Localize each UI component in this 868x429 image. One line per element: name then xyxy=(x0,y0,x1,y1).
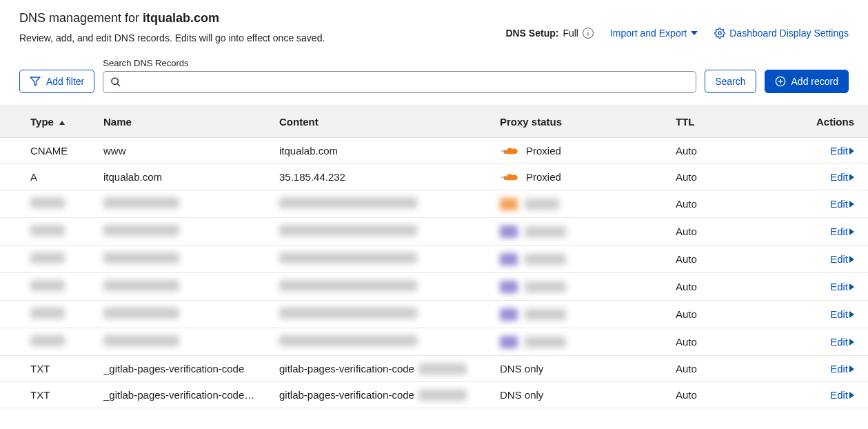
cell-content xyxy=(272,246,493,273)
add-record-label: Add record xyxy=(791,76,838,87)
dns-setup-indicator: DNS Setup: Full i xyxy=(505,28,594,39)
caret-right-icon xyxy=(849,339,854,346)
edit-button[interactable]: Edit xyxy=(830,281,854,292)
cell-actions: Edit xyxy=(786,190,868,218)
dns-records-table: Type Name Content Proxy status TTL Actio… xyxy=(0,106,868,408)
column-header-type[interactable]: Type xyxy=(0,106,97,138)
cell-ttl: Auto xyxy=(669,138,786,164)
cloud-proxy-icon xyxy=(500,172,519,183)
cell-proxy-status: Proxied xyxy=(493,164,669,190)
cell-type: TXT xyxy=(0,356,97,382)
cell-name xyxy=(97,246,272,273)
search-label: Search DNS Records xyxy=(103,58,696,68)
cell-type: TXT xyxy=(0,382,97,408)
dns-setup-value: Full xyxy=(563,28,578,39)
plus-circle-icon xyxy=(775,76,786,87)
cell-name: itqualab.com xyxy=(97,164,272,190)
search-button-label: Search xyxy=(715,76,745,87)
edit-button[interactable]: Edit xyxy=(830,389,854,401)
cell-proxy-status: Proxied xyxy=(493,138,669,164)
page-title-prefix: DNS management for xyxy=(19,11,143,25)
cell-name: _gitlab-pages-verification-code xyxy=(97,356,272,382)
column-header-content[interactable]: Content xyxy=(272,106,493,138)
cell-name xyxy=(97,301,272,328)
search-input[interactable] xyxy=(127,77,689,88)
cell-ttl: Auto xyxy=(669,246,786,273)
table-row: AutoEdit xyxy=(0,328,868,356)
column-header-name[interactable]: Name xyxy=(97,106,272,138)
column-header-actions: Actions xyxy=(786,106,868,138)
cell-actions: Edit xyxy=(786,246,868,273)
cell-proxy-status: DNS only xyxy=(493,382,669,408)
caret-right-icon xyxy=(849,283,854,290)
cell-ttl: Auto xyxy=(669,273,786,301)
info-icon[interactable]: i xyxy=(583,28,594,39)
cell-name xyxy=(97,273,272,301)
caret-right-icon xyxy=(849,256,854,263)
caret-right-icon xyxy=(849,148,854,154)
cell-content xyxy=(272,218,493,246)
caret-right-icon xyxy=(849,311,854,318)
column-header-ttl[interactable]: TTL xyxy=(669,106,786,138)
cell-type xyxy=(0,246,97,273)
column-header-proxy[interactable]: Proxy status xyxy=(493,106,669,138)
cell-actions: Edit xyxy=(786,164,868,190)
import-export-dropdown[interactable]: Import and Export xyxy=(610,28,698,39)
search-button[interactable]: Search xyxy=(705,70,756,93)
add-filter-button[interactable]: Add filter xyxy=(19,70,94,93)
edit-button[interactable]: Edit xyxy=(830,226,854,237)
page-subtitle: Review, add, and edit DNS records. Edits… xyxy=(19,31,325,46)
add-record-button[interactable]: Add record xyxy=(765,70,849,93)
cell-name: _gitlab-pages-verification-code… xyxy=(97,382,272,408)
edit-button[interactable]: Edit xyxy=(830,253,854,265)
cell-content: itqualab.com xyxy=(272,138,493,164)
display-settings-link[interactable]: Dashboard Display Settings xyxy=(714,28,849,39)
table-row: AutoEdit xyxy=(0,273,868,301)
cell-name xyxy=(97,328,272,356)
table-row: TXT_gitlab-pages-verification-codegitlab… xyxy=(0,356,868,382)
edit-button[interactable]: Edit xyxy=(830,145,854,157)
cell-ttl: Auto xyxy=(669,190,786,218)
svg-point-0 xyxy=(718,32,721,34)
gear-icon xyxy=(714,28,725,39)
cell-name xyxy=(97,218,272,246)
cell-content xyxy=(272,301,493,328)
cell-type xyxy=(0,328,97,356)
caret-right-icon xyxy=(849,392,854,399)
page-title-domain: itqualab.com xyxy=(143,11,219,25)
import-export-label: Import and Export xyxy=(610,28,687,39)
search-icon xyxy=(110,77,121,88)
table-row: Aitqualab.com35.185.44.232 ProxiedAutoEd… xyxy=(0,164,868,190)
cell-actions: Edit xyxy=(786,218,868,246)
cell-content xyxy=(272,273,493,301)
table-row: TXT_gitlab-pages-verification-code…gitla… xyxy=(0,382,868,408)
cell-actions: Edit xyxy=(786,301,868,328)
edit-button[interactable]: Edit xyxy=(830,336,854,348)
cell-actions: Edit xyxy=(786,138,868,164)
cell-ttl: Auto xyxy=(669,382,786,408)
cell-type: CNAME xyxy=(0,138,97,164)
caret-right-icon xyxy=(849,201,854,208)
cell-proxy-status xyxy=(493,273,669,301)
edit-button[interactable]: Edit xyxy=(830,198,854,210)
edit-button[interactable]: Edit xyxy=(830,171,854,183)
cell-ttl: Auto xyxy=(669,328,786,356)
caret-right-icon xyxy=(849,366,854,372)
edit-button[interactable]: Edit xyxy=(830,363,854,375)
svg-line-3 xyxy=(117,83,120,86)
edit-button[interactable]: Edit xyxy=(830,308,854,320)
cloud-proxy-icon xyxy=(500,146,519,157)
search-input-wrapper[interactable] xyxy=(103,71,696,93)
cell-proxy-status xyxy=(493,246,669,273)
cell-content: gitlab-pages-verification-code xyxy=(272,382,493,408)
sort-ascending-icon xyxy=(59,121,65,125)
cell-type xyxy=(0,273,97,301)
cell-type xyxy=(0,301,97,328)
cell-name xyxy=(97,190,272,218)
table-row: CNAMEwwwitqualab.com ProxiedAutoEdit xyxy=(0,138,868,164)
table-row: AutoEdit xyxy=(0,301,868,328)
cell-proxy-status xyxy=(493,328,669,356)
cell-proxy-status: DNS only xyxy=(493,356,669,382)
cell-type: A xyxy=(0,164,97,190)
table-header-row: Type Name Content Proxy status TTL Actio… xyxy=(0,106,868,138)
